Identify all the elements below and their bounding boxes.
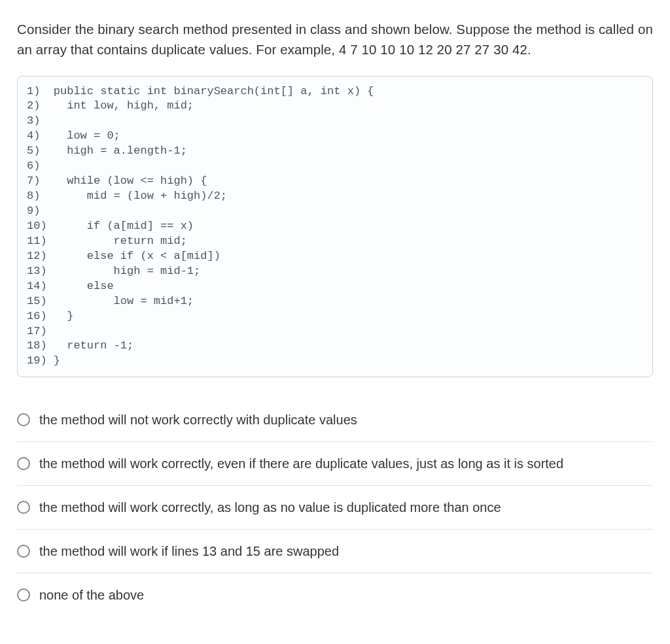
radio-icon xyxy=(17,413,30,426)
radio-icon xyxy=(17,545,30,558)
option-label: the method will work correctly, even if … xyxy=(39,454,563,473)
radio-icon xyxy=(17,588,30,602)
radio-icon xyxy=(17,457,30,470)
option-label: the method will work if lines 13 and 15 … xyxy=(39,541,339,561)
answer-options: the method will not work correctly with … xyxy=(17,410,653,605)
code-block: 1) public static int binarySearch(int[] … xyxy=(17,76,653,378)
option-3[interactable]: the method will work correctly, as long … xyxy=(17,485,653,529)
option-5[interactable]: none of the above xyxy=(17,573,653,605)
option-label: the method will work correctly, as long … xyxy=(39,498,501,517)
question-prompt: Consider the binary search method presen… xyxy=(17,20,653,60)
option-4[interactable]: the method will work if lines 13 and 15 … xyxy=(17,529,653,573)
option-label: none of the above xyxy=(39,585,144,605)
option-1[interactable]: the method will not work correctly with … xyxy=(17,410,653,441)
option-label: the method will not work correctly with … xyxy=(39,410,357,430)
radio-icon xyxy=(17,501,30,514)
option-2[interactable]: the method will work correctly, even if … xyxy=(17,441,653,485)
code-content: 1) public static int binarySearch(int[] … xyxy=(27,84,643,369)
